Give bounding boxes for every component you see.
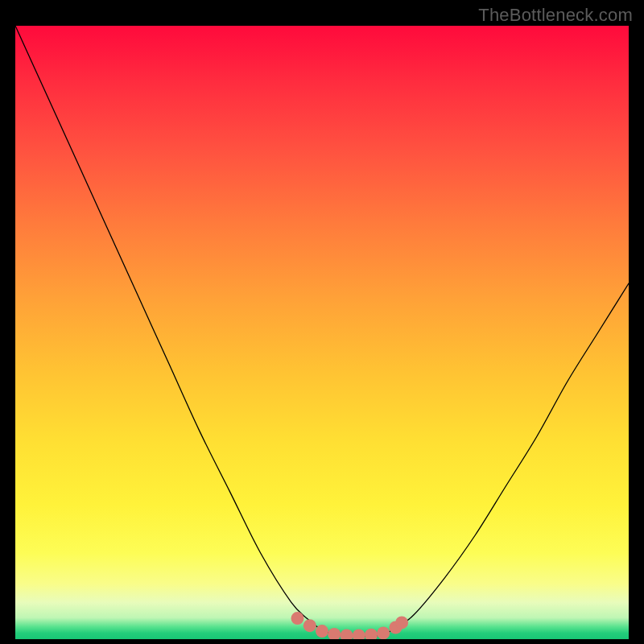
- chart-plot-area: [15, 26, 629, 639]
- valley-dot: [328, 628, 341, 639]
- valley-dot: [353, 629, 365, 639]
- chart-svg: [15, 26, 629, 639]
- valley-dot: [341, 629, 353, 639]
- valley-highlight-dots: [291, 612, 409, 639]
- valley-dot: [365, 629, 378, 639]
- valley-dot: [303, 619, 316, 632]
- watermark-text: TheBottleneck.com: [478, 5, 633, 26]
- curve-line: [15, 26, 629, 637]
- valley-dot: [316, 625, 328, 638]
- valley-dot: [395, 616, 408, 629]
- valley-dot: [291, 612, 304, 625]
- valley-dot: [377, 626, 390, 639]
